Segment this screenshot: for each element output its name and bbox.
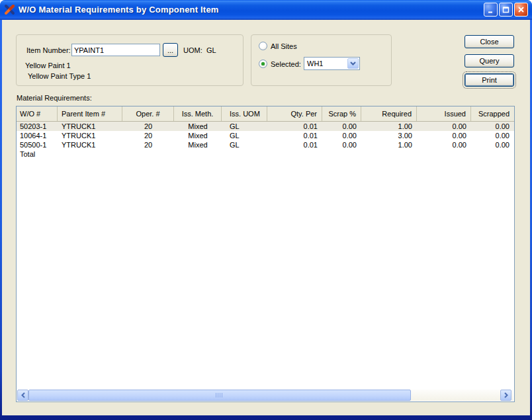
scrollbar-track[interactable] bbox=[28, 390, 489, 401]
title-bar: W/O Material Requirements by Component I… bbox=[0, 0, 532, 20]
table-cell bbox=[174, 149, 222, 159]
table-row[interactable]: 50203-1YTRUCK120MixedGL0.010.001.000.000… bbox=[17, 122, 514, 131]
maximize-icon bbox=[502, 5, 510, 14]
column-header-issued[interactable]: Issued bbox=[417, 106, 471, 121]
close-button[interactable]: Close bbox=[465, 35, 514, 48]
table-cell: YTRUCK1 bbox=[58, 140, 122, 149]
column-header-iss-uom[interactable]: Iss. UOM bbox=[222, 106, 267, 121]
chevron-down-icon[interactable] bbox=[347, 58, 359, 69]
query-button[interactable]: Query bbox=[465, 54, 514, 67]
table-cell bbox=[322, 149, 361, 159]
table-cell: 50203-1 bbox=[17, 122, 58, 131]
sites-group: All Sites Selected: WH1 bbox=[251, 34, 392, 86]
material-requirements-table: W/O #Parent Item #Oper. #Iss. Meth.Iss. … bbox=[16, 106, 515, 402]
item-number-label: Item Number: bbox=[26, 46, 71, 54]
table-cell: 0.00 bbox=[322, 122, 361, 131]
table-cell: 0.00 bbox=[417, 131, 471, 140]
table-cell: 0.00 bbox=[417, 122, 471, 131]
column-header-qty-per[interactable]: Qty. Per bbox=[267, 106, 322, 121]
item-number-input[interactable] bbox=[71, 44, 160, 56]
table-cell: Mixed bbox=[174, 131, 222, 140]
app-logo-icon bbox=[4, 4, 15, 15]
column-header-iss-meth[interactable]: Iss. Meth. bbox=[174, 106, 222, 121]
table-cell bbox=[58, 149, 122, 159]
table-cell: 0.00 bbox=[471, 131, 514, 140]
table-body: 50203-1YTRUCK120MixedGL0.010.001.000.000… bbox=[17, 122, 514, 159]
table-cell bbox=[267, 149, 322, 159]
column-header-scrap[interactable]: Scrap % bbox=[322, 106, 361, 121]
table-cell bbox=[222, 149, 267, 159]
site-combobox[interactable]: WH1 bbox=[304, 57, 360, 70]
table-cell bbox=[471, 149, 514, 159]
item-browse-button[interactable]: ... bbox=[163, 43, 178, 57]
scrollbar-grip-icon bbox=[216, 393, 224, 398]
table-cell: 3.00 bbox=[361, 131, 417, 140]
table-cell: 0.01 bbox=[267, 131, 322, 140]
table-cell: GL bbox=[222, 122, 267, 131]
table-cell: 20 bbox=[122, 140, 174, 149]
table-cell: Total bbox=[17, 149, 58, 159]
table-cell: 50500-1 bbox=[17, 140, 58, 149]
table-cell: 0.01 bbox=[267, 140, 322, 149]
close-window-button[interactable] bbox=[514, 3, 528, 17]
table-cell: 0.00 bbox=[471, 140, 514, 149]
table-cell: 0.00 bbox=[471, 122, 514, 131]
table-cell: 20 bbox=[122, 122, 174, 131]
table-cell: 1.00 bbox=[361, 122, 417, 131]
table-cell: Mixed bbox=[174, 122, 222, 131]
table-cell bbox=[417, 149, 471, 159]
table-cell: 20 bbox=[122, 131, 174, 140]
table-cell: GL bbox=[222, 131, 267, 140]
table-cell: 0.00 bbox=[322, 131, 361, 140]
uom-label: UOM: bbox=[183, 46, 202, 54]
table-cell: Mixed bbox=[174, 140, 222, 149]
close-icon bbox=[517, 5, 525, 14]
maximize-button[interactable] bbox=[499, 3, 513, 17]
chevron-left-icon bbox=[21, 392, 25, 398]
selected-site-label: Selected: bbox=[271, 60, 301, 68]
selected-site-radio[interactable] bbox=[259, 60, 267, 68]
site-combobox-value: WH1 bbox=[307, 60, 323, 67]
table-row[interactable]: 10064-1YTRUCK120MixedGL0.010.003.000.000… bbox=[17, 131, 514, 140]
table-cell: 1.00 bbox=[361, 140, 417, 149]
chevron-right-icon bbox=[504, 392, 508, 398]
table-cell bbox=[122, 149, 174, 159]
uom-value: GL bbox=[206, 46, 216, 54]
column-header-parent-item[interactable]: Parent Item # bbox=[58, 106, 122, 121]
horizontal-scrollbar[interactable] bbox=[17, 390, 513, 401]
radio-checked-dot bbox=[261, 62, 265, 65]
print-button[interactable]: Print bbox=[465, 73, 514, 87]
column-header-w-o[interactable]: W/O # bbox=[17, 106, 58, 121]
table-header-row: W/O #Parent Item #Oper. #Iss. Meth.Iss. … bbox=[17, 106, 514, 122]
dialog-body: Item Number: ... UOM: GL Yellow Paint 1 … bbox=[2, 20, 530, 415]
app-window: W/O Material Requirements by Component I… bbox=[0, 0, 532, 420]
item-group: Item Number: ... UOM: GL Yellow Paint 1 … bbox=[16, 34, 244, 86]
column-header-required[interactable]: Required bbox=[361, 106, 417, 121]
item-description-1: Yellow Paint 1 bbox=[25, 62, 71, 69]
scroll-right-button[interactable] bbox=[500, 390, 511, 401]
table-cell: GL bbox=[222, 140, 267, 149]
all-sites-label: All Sites bbox=[271, 42, 297, 50]
item-description-2: Yellow Paint Type 1 bbox=[28, 72, 91, 80]
column-header-scrapped[interactable]: Scrapped bbox=[471, 106, 514, 121]
table-caption: Material Requirements: bbox=[17, 94, 92, 102]
scrollbar-thumb[interactable] bbox=[28, 390, 411, 401]
all-sites-radio[interactable] bbox=[259, 42, 267, 50]
table-cell: 0.00 bbox=[417, 140, 471, 149]
minimize-button[interactable] bbox=[484, 3, 498, 17]
table-cell: 10064-1 bbox=[17, 131, 58, 140]
table-total-row: Total bbox=[17, 149, 514, 159]
table-cell: 0.01 bbox=[267, 122, 322, 131]
table-row[interactable]: 50500-1YTRUCK120MixedGL0.010.001.000.000… bbox=[17, 140, 514, 149]
table-cell: YTRUCK1 bbox=[58, 131, 122, 140]
minimize-icon bbox=[486, 5, 495, 14]
scroll-left-button[interactable] bbox=[17, 390, 28, 401]
table-cell: 0.00 bbox=[322, 140, 361, 149]
table-cell bbox=[361, 149, 417, 159]
window-title: W/O Material Requirements by Component I… bbox=[19, 5, 484, 15]
table-cell: YTRUCK1 bbox=[58, 122, 122, 131]
column-header-oper[interactable]: Oper. # bbox=[122, 106, 174, 121]
